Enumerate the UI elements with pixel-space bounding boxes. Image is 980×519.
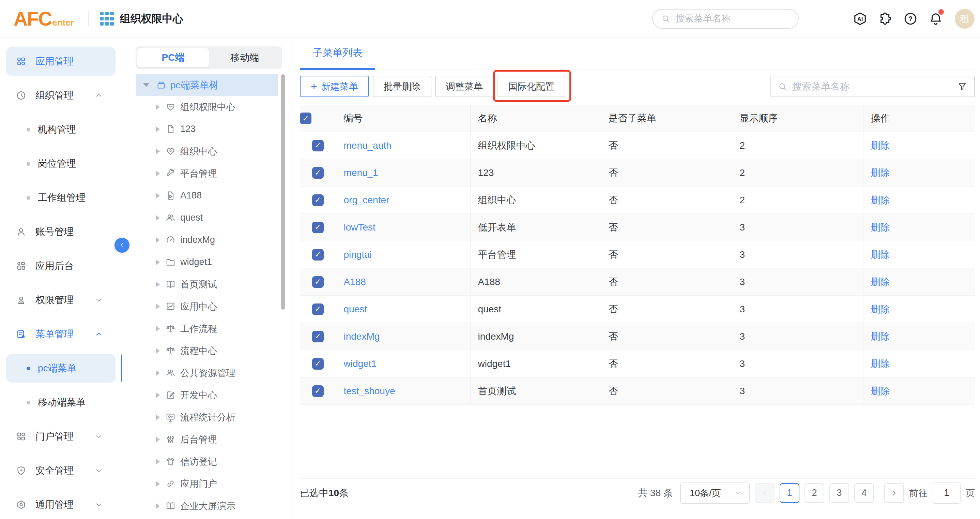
page-button-2[interactable]: 2 bbox=[805, 483, 824, 503]
help-icon[interactable]: ? bbox=[903, 11, 918, 26]
row-code-link[interactable]: lowTest bbox=[344, 222, 375, 233]
table-search-input[interactable] bbox=[792, 81, 952, 92]
caret-right-icon[interactable] bbox=[156, 481, 160, 487]
platform-tab-移动端[interactable]: 移动端 bbox=[209, 48, 280, 67]
row-code-link[interactable]: test_shouye bbox=[344, 386, 395, 396]
caret-right-icon[interactable] bbox=[156, 126, 160, 132]
page-size-select[interactable]: 10条/页 bbox=[680, 482, 750, 504]
caret-right-icon[interactable] bbox=[156, 193, 160, 198]
notification-bell-icon[interactable] bbox=[928, 11, 943, 26]
row-delete-link[interactable]: 删除 bbox=[871, 249, 890, 260]
tree-node-公共资源管理[interactable]: 公共资源管理 bbox=[122, 362, 292, 384]
sidebar-item-移动端菜单[interactable]: 移动端菜单 bbox=[6, 385, 116, 420]
caret-down-icon[interactable] bbox=[143, 83, 149, 87]
tree-node-工作流程[interactable]: 工作流程 bbox=[122, 318, 292, 340]
caret-right-icon[interactable] bbox=[156, 503, 160, 509]
tree-node-indexMg[interactable]: indexMg bbox=[122, 229, 292, 251]
row-delete-link[interactable]: 删除 bbox=[871, 195, 890, 205]
avatar[interactable]: 租 bbox=[955, 9, 975, 29]
caret-right-icon[interactable] bbox=[156, 215, 160, 220]
ai-assistant-icon[interactable]: AI bbox=[853, 11, 867, 26]
row-delete-link[interactable]: 删除 bbox=[871, 331, 890, 342]
page-button-1[interactable]: 1 bbox=[780, 483, 799, 503]
new-menu-button[interactable]: + 新建菜单 bbox=[300, 76, 369, 97]
caret-right-icon[interactable] bbox=[156, 237, 160, 243]
row-checkbox[interactable]: ✓ bbox=[312, 167, 324, 179]
row-code-link[interactable]: A188 bbox=[344, 276, 366, 287]
product-switcher[interactable]: 组织权限中心 bbox=[100, 11, 183, 26]
row-code-link[interactable]: pingtai bbox=[344, 249, 372, 260]
caret-right-icon[interactable] bbox=[156, 370, 160, 376]
tree-root-node[interactable]: pc端菜单树 bbox=[135, 74, 278, 96]
sidebar-item-应用后台[interactable]: 应用后台 bbox=[6, 249, 116, 283]
row-code-link[interactable]: quest bbox=[344, 304, 368, 315]
row-checkbox[interactable]: ✓ bbox=[312, 358, 324, 370]
tab-submenu-list[interactable]: 子菜单列表 bbox=[300, 38, 375, 70]
sidebar-item-组织管理[interactable]: 组织管理 bbox=[6, 78, 116, 113]
tree-node-应用中心[interactable]: 应用中心 bbox=[122, 295, 292, 318]
tree-node-流程统计分析[interactable]: 流程统计分析 bbox=[122, 406, 292, 428]
row-checkbox[interactable]: ✓ bbox=[312, 385, 324, 397]
tree-node-流程中心[interactable]: 流程中心 bbox=[122, 340, 292, 362]
row-code-link[interactable]: menu_1 bbox=[344, 168, 378, 178]
tree-scrollbar[interactable] bbox=[281, 74, 285, 310]
row-code-link[interactable]: menu_auth bbox=[344, 140, 391, 151]
tree-node-首页测试[interactable]: 首页测试 bbox=[122, 273, 292, 295]
row-delete-link[interactable]: 删除 bbox=[871, 358, 890, 369]
tree-node-平台管理[interactable]: 平台管理 bbox=[122, 162, 292, 184]
caret-right-icon[interactable] bbox=[156, 149, 160, 154]
row-delete-link[interactable]: 删除 bbox=[871, 304, 890, 315]
global-search-input[interactable] bbox=[675, 13, 790, 24]
sidebar-item-通用管理[interactable]: 通用管理 bbox=[6, 488, 116, 519]
caret-right-icon[interactable] bbox=[156, 415, 160, 420]
row-checkbox[interactable]: ✓ bbox=[312, 222, 324, 233]
row-checkbox[interactable]: ✓ bbox=[312, 194, 324, 206]
caret-right-icon[interactable] bbox=[156, 282, 160, 287]
sidebar-item-权限管理[interactable]: 权限管理 bbox=[6, 283, 116, 317]
caret-right-icon[interactable] bbox=[156, 304, 160, 309]
sidebar-item-工作组管理[interactable]: 工作组管理 bbox=[6, 181, 116, 215]
row-code-link[interactable]: org_center bbox=[344, 195, 390, 205]
tree-node-123[interactable]: 123 bbox=[122, 118, 292, 140]
tree-node-quest[interactable]: quest bbox=[122, 207, 292, 229]
tree-node-后台管理[interactable]: 后台管理 bbox=[122, 428, 292, 450]
plugin-icon[interactable] bbox=[878, 11, 893, 26]
filter-funnel-icon[interactable] bbox=[957, 81, 967, 92]
row-code-link[interactable]: widget1 bbox=[344, 358, 377, 369]
row-checkbox[interactable]: ✓ bbox=[312, 249, 324, 260]
table-search[interactable] bbox=[770, 76, 975, 97]
select-all-checkbox[interactable]: ✓ bbox=[300, 113, 312, 124]
tree-node-A188[interactable]: A188 bbox=[122, 184, 292, 207]
platform-tab-PC端[interactable]: PC端 bbox=[137, 48, 209, 67]
sidebar-item-菜单管理[interactable]: 菜单管理 bbox=[6, 317, 116, 351]
row-delete-link[interactable]: 删除 bbox=[871, 276, 890, 287]
caret-right-icon[interactable] bbox=[156, 348, 160, 354]
caret-right-icon[interactable] bbox=[156, 171, 160, 176]
batch-delete-button[interactable]: 批量删除 bbox=[373, 76, 431, 97]
i18n-config-button[interactable]: 国际化配置 bbox=[498, 76, 565, 97]
sidebar-item-应用管理[interactable]: 应用管理 bbox=[6, 47, 116, 76]
caret-right-icon[interactable] bbox=[156, 326, 160, 331]
sidebar-item-pc端菜单[interactable]: pc端菜单 bbox=[6, 354, 116, 383]
goto-page-input[interactable] bbox=[932, 482, 961, 504]
tree-node-widget1[interactable]: widget1 bbox=[122, 251, 292, 273]
row-checkbox[interactable]: ✓ bbox=[312, 331, 324, 342]
row-delete-link[interactable]: 删除 bbox=[871, 386, 890, 396]
adjust-menu-button[interactable]: 调整菜单 bbox=[435, 76, 494, 97]
tree-node-信访登记[interactable]: 信访登记 bbox=[122, 450, 292, 473]
tree-node-应用门户[interactable]: 应用门户 bbox=[122, 473, 292, 495]
afcenter-logo[interactable]: AFC enter bbox=[14, 8, 74, 30]
caret-right-icon[interactable] bbox=[156, 260, 160, 265]
caret-right-icon[interactable] bbox=[156, 393, 160, 398]
page-button-4[interactable]: 4 bbox=[854, 483, 874, 503]
caret-right-icon[interactable] bbox=[156, 437, 160, 442]
tree-node-企业大屏演示[interactable]: 企业大屏演示 bbox=[122, 495, 292, 517]
row-checkbox[interactable]: ✓ bbox=[312, 276, 324, 288]
sidebar-item-门户管理[interactable]: 门户管理 bbox=[6, 420, 116, 454]
page-button-3[interactable]: 3 bbox=[829, 483, 849, 503]
tree-node-组织中心[interactable]: 组织中心 bbox=[122, 140, 292, 162]
row-delete-link[interactable]: 删除 bbox=[871, 140, 890, 151]
row-code-link[interactable]: indexMg bbox=[344, 331, 380, 342]
sidebar-item-机构管理[interactable]: 机构管理 bbox=[6, 113, 116, 147]
row-delete-link[interactable]: 删除 bbox=[871, 222, 890, 233]
